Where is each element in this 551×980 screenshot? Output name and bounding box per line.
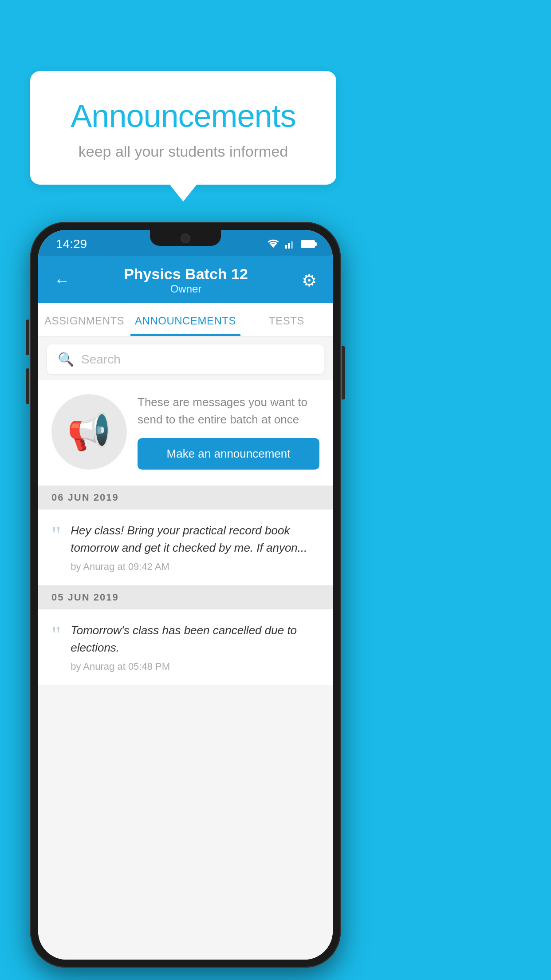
tab-announcements[interactable]: ANNOUNCEMENTS bbox=[130, 303, 240, 336]
speech-bubble-title: Announcements bbox=[52, 98, 314, 134]
svg-rect-3 bbox=[291, 241, 293, 249]
signal-icon bbox=[285, 239, 295, 249]
announcement-meta-2: by Anurag at 05:48 PM bbox=[71, 661, 319, 672]
content-area: 🔍 Search 📢 These are messages you want t… bbox=[38, 336, 333, 960]
promo-card: 📢 These are messages you want to send to… bbox=[38, 380, 333, 486]
make-announcement-button[interactable]: Make an announcement bbox=[138, 438, 319, 470]
speech-bubble-card: Announcements keep all your students inf… bbox=[30, 71, 336, 185]
svg-rect-1 bbox=[285, 245, 287, 249]
app-bar: ← Physics Batch 12 Owner ⚙ bbox=[38, 256, 333, 303]
svg-marker-0 bbox=[270, 244, 277, 248]
tab-tests[interactable]: TESTS bbox=[240, 303, 333, 336]
settings-button[interactable]: ⚙ bbox=[302, 271, 317, 290]
speech-bubble-section: Announcements keep all your students inf… bbox=[30, 71, 336, 185]
announcement-text-2: Tomorrow's class has been cancelled due … bbox=[71, 622, 319, 656]
announcement-content-2: Tomorrow's class has been cancelled due … bbox=[71, 622, 319, 672]
search-input[interactable]: Search bbox=[81, 352, 121, 367]
tabs-bar: ASSIGNMENTS ANNOUNCEMENTS TESTS bbox=[38, 303, 333, 336]
quote-icon-1: " bbox=[51, 524, 61, 547]
app-bar-title-group: Physics Batch 12 Owner bbox=[124, 265, 248, 295]
tab-assignments[interactable]: ASSIGNMENTS bbox=[38, 303, 130, 336]
announcement-content-1: Hey class! Bring your practical record b… bbox=[71, 522, 319, 573]
date-separator-1: 06 JUN 2019 bbox=[38, 486, 333, 510]
announcement-meta-1: by Anurag at 09:42 AM bbox=[71, 561, 319, 573]
phone-side-btn-power bbox=[342, 346, 345, 399]
date-separator-2: 05 JUN 2019 bbox=[38, 585, 333, 609]
status-icons bbox=[267, 239, 315, 249]
promo-icon-circle: 📢 bbox=[51, 394, 127, 470]
app-bar-subtitle: Owner bbox=[124, 283, 248, 295]
promo-right: These are messages you want to send to t… bbox=[138, 394, 319, 470]
phone-side-btn-volume-down bbox=[26, 368, 29, 404]
megaphone-icon: 📢 bbox=[67, 411, 111, 453]
speech-bubble-subtitle: keep all your students informed bbox=[52, 143, 314, 160]
phone-mockup: 14:29 ← bbox=[30, 222, 341, 968]
announcement-item-2[interactable]: " Tomorrow's class has been cancelled du… bbox=[38, 609, 333, 685]
phone-camera bbox=[181, 233, 190, 243]
search-icon: 🔍 bbox=[58, 352, 74, 367]
battery-icon bbox=[301, 240, 315, 248]
announcement-text-1: Hey class! Bring your practical record b… bbox=[71, 522, 319, 557]
app-bar-title: Physics Batch 12 bbox=[124, 265, 248, 283]
wifi-icon bbox=[267, 239, 279, 249]
search-bar[interactable]: 🔍 Search bbox=[47, 344, 324, 374]
phone-side-btn-volume-up bbox=[26, 320, 29, 355]
status-time: 14:29 bbox=[56, 237, 87, 251]
phone-outer: 14:29 ← bbox=[30, 222, 341, 968]
phone-screen: 14:29 ← bbox=[38, 230, 333, 960]
quote-icon-2: " bbox=[51, 624, 61, 647]
back-button[interactable]: ← bbox=[54, 271, 70, 290]
announcement-item-1[interactable]: " Hey class! Bring your practical record… bbox=[38, 510, 333, 585]
promo-description: These are messages you want to send to t… bbox=[138, 394, 319, 428]
svg-rect-2 bbox=[288, 243, 290, 249]
